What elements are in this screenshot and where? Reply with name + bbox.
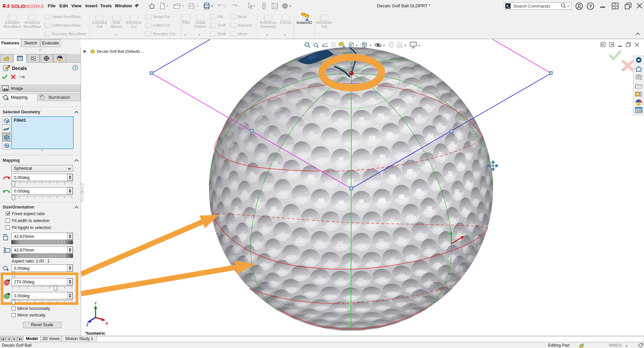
svg-text:?: ?: [589, 4, 592, 9]
svg-text:Z: Z: [86, 323, 89, 327]
svg-text:A: A: [343, 45, 345, 48]
svg-text:X: X: [106, 321, 108, 325]
svg-text:?: ?: [74, 66, 76, 70]
svg-text:Y: Y: [94, 302, 97, 305]
